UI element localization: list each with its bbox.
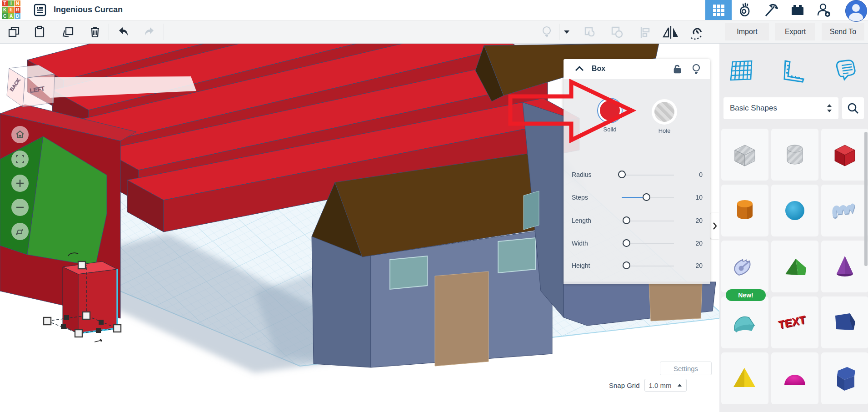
top-bar: TINKERCAD Ingenious Curcan [0,0,868,20]
snap-grid-label: Snap Grid [609,382,640,389]
solid-option[interactable]: Solid [589,98,630,133]
undo-icon[interactable] [116,25,130,39]
slider-handle[interactable] [623,261,630,269]
shape-tile-draw-pen[interactable] [721,241,768,292]
logo-tile: T [2,0,8,6]
copy-icon[interactable] [7,25,21,39]
logo-tile: C [2,13,8,19]
inspector-body: Solid Hole Radius 0 Steps 10 Length [564,79,710,284]
collapse-chevron-icon[interactable] [574,65,584,74]
logo-tile: A [8,13,14,19]
shape-tile-pyramid[interactable] [721,352,768,404]
logo-tile: K [2,7,8,13]
slider-handle[interactable] [643,193,650,201]
slider-row-width: Width 20 [572,237,703,250]
slider-handle[interactable] [618,171,626,178]
workplane-icon[interactable] [728,56,756,86]
avatar-head [852,4,860,12]
slider-value[interactable]: 20 [695,240,703,247]
shape-tile-round-roof[interactable] [721,296,768,348]
slider-value[interactable]: 20 [695,262,703,269]
slider-handle[interactable] [623,239,630,247]
nav-simlab-icon[interactable] [732,0,758,20]
shape-category-select[interactable]: Basic Shapes [723,97,838,119]
notes-icon[interactable] [832,56,860,86]
redo-icon[interactable] [143,25,156,39]
logo-tile: I [8,0,14,6]
shape-tile-roof[interactable] [771,241,818,292]
tinkercad-logo-icon[interactable]: TINKERCAD [2,0,23,20]
slider-label: Radius [572,171,592,178]
dropdown-caret-icon[interactable] [563,25,571,39]
slider-row-radius: Radius 0 [572,169,703,181]
slider-row-steps: Steps 10 [572,191,703,204]
chevron-right-icon [713,222,717,230]
shape-tile-sphere[interactable] [771,185,818,236]
zoom-in-icon[interactable] [11,175,29,192]
unlock-icon[interactable] [672,64,683,76]
import-button[interactable]: Import [725,23,769,40]
view-cube[interactable]: BACK LEFT [7,65,55,107]
slider-value[interactable]: 10 [695,194,703,201]
logo-tile: N [15,0,20,6]
fit-view-icon[interactable] [11,151,29,168]
panel-collapse-tab[interactable] [710,213,719,239]
transparency-lightbulb-icon[interactable] [691,63,702,77]
hole-option[interactable]: Hole [644,99,685,134]
shape-tile-cylinder[interactable] [721,185,768,236]
ungroup-icon[interactable] [610,25,624,39]
nav-bricks-icon[interactable] [784,0,811,20]
slider-value[interactable]: 20 [695,217,703,224]
shape-tile-half-sphere[interactable] [771,352,818,404]
shape-tile-cone[interactable] [821,241,868,292]
shape-inspector-panel: Box Solid Hole Radius 0 [564,59,710,284]
shape-search-button[interactable] [842,97,864,119]
house-object[interactable] [312,154,557,367]
mirror-icon[interactable] [662,25,680,39]
send-to-button[interactable]: Send To [822,23,864,40]
show-all-lightbulb-icon[interactable] [540,25,554,39]
new-badge: New! [726,289,766,301]
shape-tile-text[interactable]: TEXTTEXT [771,296,818,348]
shape-tile-polygon[interactable] [821,352,868,404]
hole-swatch [654,102,674,122]
slider-row-height: Height 20 [572,260,703,272]
settings-button[interactable]: Settings [660,362,712,375]
slider-value[interactable]: 0 [699,171,703,178]
shape-category-value: Basic Shapes [730,104,777,113]
search-icon [847,102,859,114]
shapes-panel: Basic Shapes New! TEXTTEXT [719,43,868,412]
align-icon[interactable] [639,25,652,39]
zoom-out-icon[interactable] [11,199,29,216]
panel-scrollbar[interactable] [864,132,868,266]
shape-tile-box[interactable] [821,129,868,181]
export-button[interactable]: Export [775,23,815,40]
slider-track[interactable] [622,175,674,176]
editor-toolbar: Import Export Send To [0,20,868,44]
shape-tile-wedge[interactable] [821,296,868,348]
design-menu-icon[interactable] [34,4,46,16]
nav-3d-design-icon[interactable] [705,0,732,20]
shape-tile-cylinder-hole[interactable] [771,129,818,181]
delete-icon[interactable] [88,25,102,39]
snap-grid-value: 1.0 mm [649,382,672,389]
shape-tile-scribble[interactable] [821,185,868,236]
logo-tile: R [15,7,20,13]
design-title: Ingenious Curcan [54,5,123,15]
shape-tile-box-hole[interactable] [721,129,768,181]
nav-add-person-icon[interactable] [811,0,837,20]
group-icon[interactable] [583,25,597,39]
ruler-icon[interactable] [780,56,808,86]
logo-tile: E [8,7,14,13]
home-view-icon[interactable] [11,126,29,143]
solid-label: Solid [589,126,630,133]
duplicate-icon[interactable] [61,25,75,39]
slider-handle[interactable] [623,216,630,224]
user-avatar[interactable] [845,0,867,22]
snap-grid-select[interactable]: 1.0 mm [644,379,687,392]
paste-icon[interactable] [33,25,46,39]
nav-minecraft-blocks-icon[interactable] [758,0,784,20]
snap-magnet-icon[interactable] [688,25,707,39]
ortho-view-icon[interactable] [11,223,29,240]
3d-viewport[interactable]: BACK LEFT Box [0,43,719,412]
